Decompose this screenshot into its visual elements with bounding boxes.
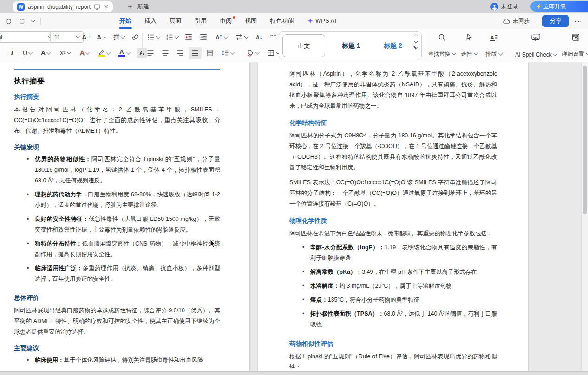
text-effects-button[interactable]: A <box>76 47 93 59</box>
bullet-item: 辛醇-水分配系数（logP）：1.19，表明该化合物具有适度的亲脂性，有利于细胞… <box>310 242 497 264</box>
phonetic-guide-button[interactable]: 拼 <box>111 31 127 43</box>
bullet-list-button[interactable] <box>145 31 162 43</box>
plus-icon: ＋ <box>126 2 133 11</box>
title-bar: W aspirin_drugability_report ✕ ＋ 新建 未登录 … <box>0 0 588 13</box>
divider <box>142 33 143 58</box>
bullet-item: 临床使用：基于个体化风险评估，特别关注胃肠道毒性和出血风险 <box>35 355 220 366</box>
horizontal-scrollbar[interactable] <box>0 371 588 375</box>
share-button[interactable]: 分享 <box>542 15 569 27</box>
strikethrough-button[interactable]: A <box>37 47 54 59</box>
shrink-font-button[interactable]: A− <box>95 31 108 43</box>
page-left-text-area: 执行摘要执行摘要本报告对阿司匹林（化学名：2-乙酰氧基苯甲酸，SMILES：CC… <box>14 67 220 368</box>
align-right-button[interactable] <box>174 47 187 59</box>
shading-ink-button[interactable] <box>243 47 262 59</box>
page-right-text-area: 阿司匹林（Aspirin），化学名称为 2-乙酰氧基苯甲酸（2-acetoxyb… <box>289 67 497 368</box>
document-canvas: 执行摘要执行摘要本报告对阿司匹林（化学名：2-乙酰氧基苯甲酸，SMILES：CC… <box>0 62 588 371</box>
find-replace-label: 查找替换 <box>428 50 451 58</box>
justify-button[interactable] <box>189 47 202 59</box>
undo-history-chevron-icon[interactable] <box>31 18 36 22</box>
wps-writer-logo-icon: W <box>17 3 25 11</box>
bullet-item: 理想的药代动力学：口服生物利用度 68-80%，快速吸收（达峰时间 1-2 小时… <box>35 189 220 211</box>
menu-bar: 开始 插入 页面 引用 审阅 视图 特色功能 WPS AI 未同步 分享 ··· <box>0 13 588 29</box>
more-menu-icon[interactable]: ··· <box>575 18 582 25</box>
doc-heading-2: 化学结构特征 <box>289 118 497 128</box>
increase-indent-button[interactable] <box>197 31 210 43</box>
doc-heading-3: 主要建议 <box>14 343 220 353</box>
ruler-settings-icon[interactable] <box>267 31 280 43</box>
font-color-button[interactable]: A <box>115 47 133 59</box>
svg-text:A: A <box>256 35 259 40</box>
sort-button[interactable]: A <box>253 31 266 43</box>
doc-paragraph: 本报告对阿司匹林（化学名：2-乙酰氧基苯甲酸，SMILES：CC(=O)Oc1c… <box>14 104 220 136</box>
layout-label: 排版 <box>486 50 497 58</box>
new-document-button[interactable]: ＋ 新建 <box>126 0 149 13</box>
ai-spell-check-tool[interactable]: ABC AI Spell Check <box>510 32 562 59</box>
divider <box>240 48 240 59</box>
undo-icon[interactable] <box>5 17 13 25</box>
style-heading-2[interactable]: 标题 2 <box>374 32 412 60</box>
tab-wps-ai[interactable]: WPS AI <box>301 13 343 29</box>
bullet-item: 解离常数（pKa）：3.49，在生理 pH 条件下主要以离子形式存在 <box>310 267 497 278</box>
formatting-toolbar: Arial 11 A+ A− 拼 I U A X² A A A <box>0 29 588 63</box>
tab-home[interactable]: 开始 <box>113 13 138 29</box>
document-title: aspirin_drugability_report <box>28 4 91 10</box>
decrease-indent-button[interactable] <box>182 31 195 43</box>
ai-spark-icon <box>307 18 314 24</box>
style-normal[interactable]: 正文 <box>282 34 325 57</box>
superscript-button[interactable]: X² <box>56 47 74 59</box>
line-spacing-button[interactable] <box>218 47 237 59</box>
highlighter-pen-icon <box>98 49 105 55</box>
divider <box>536 18 536 25</box>
login-button[interactable]: 未登录 <box>490 0 519 13</box>
svg-text:ABC: ABC <box>533 36 539 39</box>
distribute-text-button[interactable] <box>203 47 216 59</box>
italic-button[interactable]: I <box>7 47 18 59</box>
settings-label: 详细设置 <box>562 50 584 58</box>
style-heading-1[interactable]: 标题 1 <box>330 32 372 60</box>
tab-view[interactable]: 视图 <box>238 13 263 29</box>
doc-heading-3: 关键发现 <box>14 142 220 152</box>
bullet-item: 临床适用性广泛：多重药理作用（抗炎、镇痛、抗血小板），多种剂型选择，百年使用验证… <box>35 263 220 284</box>
style-gallery-up-icon[interactable] <box>413 34 418 39</box>
tab-review[interactable]: 审阅 <box>213 13 238 29</box>
detail-settings-tool[interactable]: 详细设置 <box>560 32 588 59</box>
svg-text:A: A <box>216 34 220 40</box>
clear-format-eraser-icon[interactable] <box>129 31 141 43</box>
sync-status[interactable]: 未同步 <box>503 17 530 25</box>
tab-reference[interactable]: 引用 <box>188 13 213 29</box>
tab-monitor-icon[interactable] <box>94 4 100 10</box>
upgrade-button[interactable]: 立即升级 <box>530 1 588 12</box>
tab-insert[interactable]: 插入 <box>138 13 163 29</box>
page-right[interactable]: 阿司匹林（Aspirin），化学名称为 2-乙酰氧基苯甲酸（2-acetoxyb… <box>258 62 528 371</box>
font-size-select[interactable]: 11 <box>50 31 84 43</box>
doc-heading-3: 总体评价 <box>14 293 220 303</box>
font-scale-button[interactable]: A <box>212 31 230 43</box>
doc-paragraph: 阿司匹林（Aspirin），化学名称为 2-乙酰氧基苯甲酸（2-acetoxyb… <box>289 69 497 111</box>
tab-page[interactable]: 页面 <box>163 13 188 29</box>
close-tab-icon[interactable]: ✕ <box>104 4 109 10</box>
style-gallery-expand-icon[interactable] <box>413 44 418 49</box>
horizontal-rule <box>14 69 220 70</box>
page-left[interactable]: 执行摘要执行摘要本报告对阿司匹林（化学名：2-乙酰氧基苯甲酸，SMILES：CC… <box>0 62 249 371</box>
highlight-color-button[interactable] <box>95 47 113 59</box>
redo-icon[interactable] <box>18 17 26 25</box>
underline-button[interactable]: U <box>20 47 35 59</box>
bullet-item: 熔点：135°C，符合小分子药物的典型特征 <box>310 295 497 305</box>
doc-heading-2: 物理化学性质 <box>289 216 497 226</box>
doc-heading-2: 药物相似性评估 <box>289 339 497 349</box>
align-center-button[interactable] <box>159 47 172 59</box>
align-left-button[interactable] <box>144 47 157 59</box>
numbered-list-button[interactable]: 1 2 3 <box>163 31 180 43</box>
svg-text:A: A <box>490 35 494 40</box>
lightning-icon <box>536 4 541 10</box>
vertical-scrollbar[interactable] <box>581 62 588 371</box>
spellcheck-label: AI Spell Check <box>515 52 552 58</box>
style-gallery-down-icon[interactable] <box>413 39 418 44</box>
grow-font-button[interactable]: A+ <box>80 31 93 43</box>
text-wrap-direction-button[interactable] <box>232 31 251 43</box>
tab-special-features[interactable]: 特色功能 <box>263 13 301 29</box>
layout-tool[interactable]: A 排版 <box>478 32 509 59</box>
document-tab[interactable]: W aspirin_drugability_report ✕ <box>13 1 113 12</box>
font-family-select[interactable]: Arial <box>0 31 56 43</box>
scrollbar-thumb[interactable] <box>583 66 587 214</box>
